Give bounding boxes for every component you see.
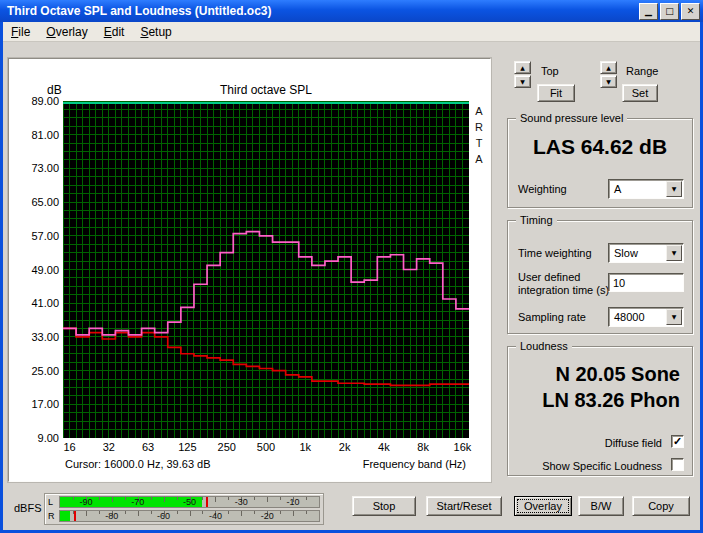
- meter-tick: [86, 511, 87, 516]
- meter-tick: [138, 511, 139, 516]
- plot-area[interactable]: [63, 101, 469, 438]
- top-up-button[interactable]: ▲: [514, 61, 531, 74]
- meter-tick: [99, 497, 100, 500]
- meter-row-l: L-90-70-50-30-10: [48, 496, 320, 508]
- x-tick-label: 16: [63, 441, 75, 453]
- maximize-icon: □: [665, 7, 674, 16]
- bw-button[interactable]: B/W: [578, 496, 624, 516]
- weighting-combobox[interactable]: A ▼: [608, 179, 684, 199]
- meter-scale-label: -60: [157, 511, 170, 521]
- start-reset-button-label: Start/Reset: [436, 500, 491, 512]
- level-meter: L-90-70-50-30-10R-80-60-40-20: [44, 493, 324, 525]
- range-up-button[interactable]: ▲: [600, 61, 617, 74]
- x-tick-label: 125: [178, 441, 196, 453]
- diffuse-field-checkbox[interactable]: ✓: [671, 435, 684, 448]
- sampling-rate-combobox[interactable]: 48000 ▼: [608, 307, 684, 327]
- sampling-rate-dropdown-button[interactable]: ▼: [666, 309, 682, 325]
- y-tick-label: 65.00: [31, 196, 59, 208]
- close-button[interactable]: ✕: [681, 3, 700, 20]
- meter-tick: [306, 511, 307, 514]
- meter-peak-indicator: [74, 511, 76, 521]
- sampling-rate-value: 48000: [609, 308, 665, 326]
- up-arrow-icon: ▲: [520, 65, 525, 71]
- meter-tick: [254, 497, 255, 500]
- minimize-button[interactable]: ▁: [639, 3, 658, 20]
- loudness-group-title: Loudness: [516, 340, 572, 352]
- x-tick-label: 32: [103, 441, 115, 453]
- start-reset-button[interactable]: Start/Reset: [426, 496, 502, 516]
- time-weighting-label: Time weighting: [518, 247, 592, 259]
- meter-tick: [177, 511, 178, 514]
- meter-tick: [228, 511, 229, 514]
- spl-group-title: Sound pressure level: [516, 112, 627, 124]
- meter-scale-label: -80: [105, 511, 118, 521]
- menu-file[interactable]: File: [3, 23, 38, 41]
- meter-scale-label: -70: [131, 497, 144, 507]
- meter-rows: L-90-70-50-30-10R-80-60-40-20: [48, 496, 320, 522]
- y-tick-label: 89.00: [31, 95, 59, 107]
- close-icon: ✕: [687, 7, 695, 16]
- up-arrow-icon: ▲: [606, 65, 611, 71]
- menu-setup[interactable]: Setup: [132, 23, 179, 41]
- integration-time-input[interactable]: [608, 273, 684, 292]
- top-label: Top: [541, 65, 559, 77]
- x-axis-title: Frequency band (Hz): [363, 458, 466, 470]
- fit-button[interactable]: Fit: [537, 84, 575, 102]
- meter-tick: [177, 497, 178, 500]
- set-button-label: Set: [632, 87, 649, 99]
- meter-tick: [280, 511, 281, 514]
- chevron-down-icon: ▼: [672, 314, 677, 320]
- time-weighting-combobox[interactable]: Slow ▼: [608, 243, 684, 263]
- meter-level-fill: [60, 511, 70, 521]
- y-tick-label: 73.00: [31, 162, 59, 174]
- overlay-button-label: Overlay: [524, 500, 562, 512]
- y-tick-label: 9.00: [38, 432, 59, 444]
- menu-edit[interactable]: Edit: [96, 23, 133, 41]
- time-weighting-value: Slow: [609, 244, 665, 262]
- title-bar[interactable]: Third Octave SPL and Loudness (Untitled.…: [0, 0, 703, 22]
- chart-panel: dB Third octave SPL 89.0081.0073.0065.00…: [8, 58, 491, 482]
- show-specific-loudness-checkbox[interactable]: [671, 458, 684, 471]
- range-label: Range: [626, 65, 658, 77]
- maximize-button[interactable]: □: [660, 3, 679, 20]
- x-tick-label: 2k: [339, 441, 351, 453]
- meter-tick: [112, 497, 113, 502]
- top-down-button[interactable]: ▼: [514, 75, 531, 88]
- meter-tick: [73, 497, 74, 500]
- arta-watermark: ARTA: [473, 105, 485, 169]
- menu-overlay[interactable]: Overlay: [38, 23, 95, 41]
- meter-peak-indicator: [206, 497, 208, 507]
- meter-tick: [125, 497, 126, 500]
- meter-tick: [202, 511, 203, 514]
- weighting-dropdown-button[interactable]: ▼: [666, 181, 682, 197]
- y-axis-labels: 89.0081.0073.0065.0057.0049.0041.0033.00…: [13, 101, 59, 438]
- meter-tick: [306, 497, 307, 500]
- fit-button-label: Fit: [550, 87, 562, 99]
- down-arrow-icon: ▼: [606, 79, 611, 85]
- meter-tick: [190, 511, 191, 516]
- meter-scale-label: -20: [261, 511, 274, 521]
- meter-scale-label: -50: [183, 497, 196, 507]
- meter-scale-label: -10: [287, 497, 300, 507]
- stop-button[interactable]: Stop: [352, 496, 416, 516]
- y-tick-label: 17.00: [31, 398, 59, 410]
- y-tick-label: 49.00: [31, 264, 59, 276]
- weighting-label: Weighting: [518, 183, 567, 195]
- y-tick-label: 33.00: [31, 331, 59, 343]
- meter-channel-label: L: [48, 497, 59, 507]
- copy-button[interactable]: Copy: [632, 496, 690, 516]
- timing-group-title: Timing: [516, 214, 557, 226]
- meter-tick: [293, 511, 294, 516]
- time-weighting-dropdown-button[interactable]: ▼: [666, 245, 682, 261]
- overlay-button[interactable]: Overlay: [514, 496, 572, 516]
- y-tick-label: 41.00: [31, 297, 59, 309]
- meter-tick: [241, 511, 242, 516]
- stop-button-label: Stop: [373, 500, 396, 512]
- range-down-button[interactable]: ▼: [600, 75, 617, 88]
- window-title: Third Octave SPL and Loudness (Untitled.…: [7, 4, 271, 18]
- meter-tick: [228, 497, 229, 500]
- set-button[interactable]: Set: [622, 84, 658, 102]
- meter-scale-label: -40: [209, 511, 222, 521]
- meter-scale-label: -90: [79, 497, 92, 507]
- window-controls: ▁ □ ✕: [637, 3, 703, 20]
